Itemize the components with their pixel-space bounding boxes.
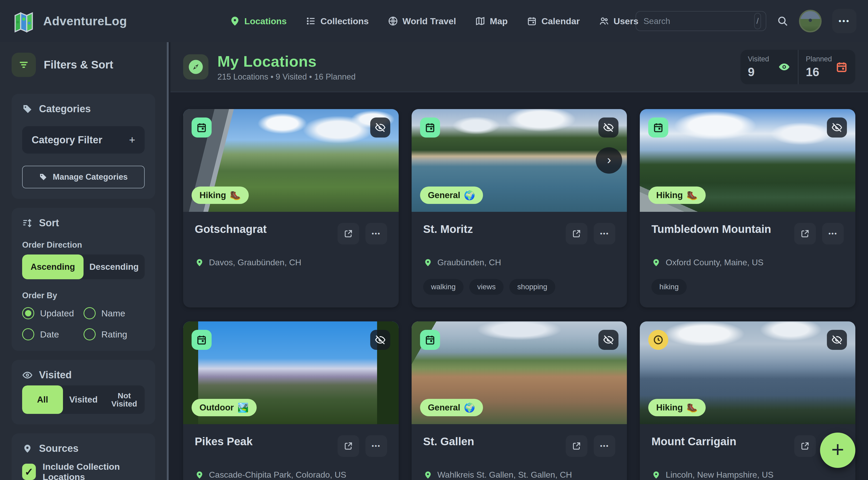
- location-photo[interactable]: General 🌍: [412, 321, 627, 424]
- ascending-button[interactable]: Ascending: [22, 255, 84, 279]
- open-location-button[interactable]: [794, 435, 816, 457]
- checkbox-checked-icon: [22, 464, 36, 480]
- tag: shopping: [509, 279, 555, 295]
- hidden-badge: [598, 330, 618, 350]
- sort-icon: [22, 218, 33, 228]
- include-collection-locations-checkbox[interactable]: Include Collection Locations: [22, 461, 145, 480]
- search-box[interactable]: /: [636, 11, 766, 31]
- location-row: Oxford County, Maine, US: [651, 258, 844, 267]
- user-avatar[interactable]: [799, 10, 822, 32]
- visited-visited-button[interactable]: Visited: [63, 385, 104, 414]
- tag-row: hiking: [651, 279, 844, 295]
- hidden-badge: [827, 330, 847, 350]
- open-location-button[interactable]: [338, 223, 359, 245]
- calendar-icon: [196, 334, 207, 345]
- location-title[interactable]: Tumbledown Mountain: [651, 223, 771, 235]
- open-location-button[interactable]: [794, 223, 816, 245]
- sort-header: Sort: [22, 217, 145, 229]
- brand[interactable]: AdventureLog: [11, 9, 127, 33]
- location-title[interactable]: Mount Carrigain: [651, 435, 736, 448]
- card-menu-button[interactable]: [366, 223, 387, 245]
- map-pin-icon: [651, 258, 661, 267]
- location-card[interactable]: Outdoor 🏞️ Pikes Peak Cascade-Ch: [183, 321, 399, 480]
- nav-item-world-travel[interactable]: World Travel: [388, 16, 456, 26]
- category-emoji: 🏞️: [238, 402, 248, 413]
- calendar-icon: [425, 334, 436, 345]
- location-title[interactable]: Pikes Peak: [195, 435, 253, 448]
- locations-grid: Hiking 🥾 Gotschnagrat Davos, Gra: [183, 109, 855, 480]
- tag: walking: [423, 279, 464, 295]
- location-photo[interactable]: General 🌍: [412, 109, 627, 212]
- location-card[interactable]: Hiking 🥾 Gotschnagrat Davos, Gra: [183, 109, 399, 308]
- radio-rating[interactable]: Rating: [84, 328, 145, 340]
- map-pin-icon: [229, 16, 240, 26]
- location-photo[interactable]: Hiking 🥾: [183, 109, 399, 212]
- card-menu-button[interactable]: [594, 435, 615, 457]
- order-by-label: Order By: [22, 291, 145, 300]
- map-icon: [475, 16, 486, 26]
- card-menu-button[interactable]: [366, 435, 387, 457]
- category-filter-select[interactable]: Category Filter: [22, 126, 145, 154]
- app-title: AdventureLog: [43, 14, 127, 28]
- descending-button[interactable]: Descending: [84, 255, 145, 279]
- location-card[interactable]: General 🌍 St. Gallen Wahlkreis S: [412, 321, 627, 480]
- nav-item-calendar[interactable]: Calendar: [527, 16, 580, 26]
- location-title[interactable]: St. Moritz: [423, 223, 473, 235]
- category-emoji: 🥾: [686, 190, 698, 200]
- location-row: Cascade-Chipita Park, Colorado, US: [195, 470, 387, 480]
- search-button[interactable]: [777, 15, 788, 27]
- radio-name[interactable]: Name: [84, 307, 145, 319]
- categories-header: Categories: [22, 103, 145, 115]
- visited-not-visited-button[interactable]: Not Visited: [104, 385, 145, 414]
- category-pill: Outdoor 🏞️: [192, 399, 257, 416]
- next-image-button[interactable]: [596, 147, 622, 173]
- location-card[interactable]: General 🌍 St. Moritz Graubünden,: [412, 109, 627, 308]
- external-link-icon: [800, 441, 810, 451]
- tag-icon: [22, 104, 33, 114]
- planned-stat: Planned 16: [798, 50, 855, 84]
- map-pin-icon: [423, 470, 433, 480]
- location-photo[interactable]: Hiking 🥾: [640, 109, 855, 212]
- category-emoji: 🥾: [230, 190, 241, 200]
- radio-updated[interactable]: Updated: [22, 307, 84, 319]
- visited-badge: [192, 330, 212, 350]
- card-body: St. Moritz Graubünden, CH walking views: [412, 212, 627, 308]
- open-location-button[interactable]: [338, 435, 359, 457]
- visited-all-button[interactable]: All: [22, 385, 63, 414]
- page-header: My Locations 215 Locations • 9 Visited •…: [170, 42, 868, 92]
- main-content: My Locations 215 Locations • 9 Visited •…: [170, 42, 868, 480]
- filters-sidebar: Filters & Sort Categories Category Filte…: [0, 42, 168, 480]
- nav-item-map[interactable]: Map: [475, 16, 508, 26]
- navbar-more-button[interactable]: [832, 9, 857, 33]
- nav-item-collections[interactable]: Collections: [306, 16, 369, 26]
- open-location-button[interactable]: [566, 435, 587, 457]
- location-photo[interactable]: Hiking 🥾: [640, 321, 855, 424]
- nav-item-locations[interactable]: Locations: [229, 16, 287, 26]
- external-link-icon: [344, 229, 353, 238]
- stats-box: Visited 9 Planned 16: [740, 50, 855, 84]
- radio-date[interactable]: Date: [22, 328, 84, 340]
- card-menu-button[interactable]: [822, 223, 844, 245]
- tag-row: walking views shopping: [423, 279, 616, 295]
- location-row: Graubünden, CH: [423, 258, 616, 267]
- app-logo-map-icon: [11, 9, 36, 33]
- manage-categories-button[interactable]: Manage Categories: [22, 166, 145, 188]
- list-icon: [306, 16, 316, 26]
- search-input[interactable]: [644, 16, 754, 26]
- visited-badge: [420, 118, 440, 137]
- map-pin-icon: [195, 258, 204, 267]
- nav-item-users[interactable]: Users: [599, 16, 639, 26]
- add-location-button[interactable]: [820, 433, 855, 468]
- location-title[interactable]: Gotschnagrat: [195, 223, 267, 235]
- open-location-button[interactable]: [566, 223, 587, 245]
- page-subtitle: 215 Locations • 9 Visited • 16 Planned: [217, 72, 355, 82]
- card-menu-button[interactable]: [594, 223, 615, 245]
- location-photo[interactable]: Outdoor 🏞️: [183, 321, 399, 424]
- eye-off-icon: [375, 334, 386, 345]
- location-title[interactable]: St. Gallen: [423, 435, 474, 448]
- calendar-icon: [835, 61, 848, 73]
- card-body: Gotschnagrat Davos, Graubünden, CH: [183, 212, 399, 280]
- radio-dot: [22, 307, 34, 319]
- location-card[interactable]: Hiking 🥾 Tumbledown Mountain Oxf: [640, 109, 855, 308]
- page-header-text: My Locations 215 Locations • 9 Visited •…: [217, 53, 355, 82]
